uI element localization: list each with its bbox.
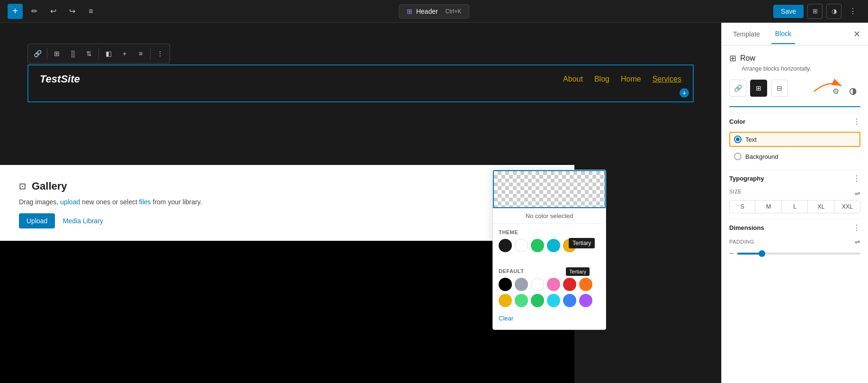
site-title: TestSite	[40, 73, 80, 85]
sidebar-close-button[interactable]: ✕	[853, 29, 860, 39]
row-layout-button[interactable]: ⊞	[750, 80, 767, 97]
nav-services[interactable]: Services	[653, 75, 681, 83]
style-button[interactable]: ◑	[845, 83, 860, 99]
move-up-down-button[interactable]: ⇅	[81, 46, 97, 61]
size-settings-button[interactable]: ⇌	[855, 190, 860, 197]
default-swatch-black[interactable]	[499, 278, 512, 291]
more-options-button[interactable]: ⋮	[845, 4, 860, 19]
default-swatch-lightgreen[interactable]	[515, 294, 528, 307]
nav-about[interactable]: About	[563, 75, 583, 83]
sidebar-content: ⊞ Row Arrange blocks horizontally. 🔗 ⊞ ⊟…	[722, 46, 868, 383]
swatch-white[interactable]	[515, 239, 528, 252]
add-inner-button[interactable]: +	[117, 46, 132, 61]
default-swatch-pink[interactable]	[547, 278, 560, 291]
default-swatch-blue[interactable]	[563, 294, 576, 307]
align-left-icon: ◧	[106, 50, 112, 57]
canvas-area: 🔗 ⊞ ⣿ ⇅ ◧ + ≡ ⋮	[0, 23, 721, 383]
contrast-button[interactable]: ◑	[826, 4, 841, 19]
slider-decrease-button[interactable]: −	[729, 249, 734, 258]
pencil-button[interactable]: ✏	[27, 4, 42, 19]
gallery-description: Drag images, upload new ones or select f…	[19, 198, 555, 206]
color-picker-body: THEME Tertiary DEFAULT	[493, 224, 606, 329]
size-xl[interactable]: XL	[808, 201, 834, 213]
no-color-text: No color selected	[493, 208, 606, 224]
upload-link[interactable]: upload	[60, 198, 80, 206]
nav-blog[interactable]: Blog	[594, 75, 609, 83]
padding-settings-button[interactable]: ⇌	[855, 238, 860, 246]
drag-handle[interactable]: ⣿	[65, 46, 81, 61]
right-sidebar: Template Block ✕ ⊞ Row Arrange blocks ho…	[721, 23, 868, 383]
size-l[interactable]: L	[782, 201, 808, 213]
clear-color-button[interactable]: Clear	[499, 313, 513, 324]
block-controls-row: 🔗 ⊞ ⊟	[729, 80, 788, 97]
gallery-actions: Upload Media Library	[19, 213, 555, 228]
files-link[interactable]: files	[139, 198, 151, 206]
default-swatch-yellow[interactable]	[499, 294, 512, 307]
settings-button[interactable]: ⚙	[828, 83, 843, 99]
padding-label: PADDING	[729, 239, 754, 245]
list-view-button[interactable]: ≡	[83, 4, 98, 19]
header-pill[interactable]: ⊞ Header Ctrl+K	[399, 4, 470, 18]
layout-toggle-button[interactable]: ⊞	[807, 4, 823, 19]
padding-slider-row: −	[729, 249, 860, 258]
text-color-option[interactable]: Text	[729, 132, 860, 147]
typography-title: Typography	[729, 175, 764, 182]
more-block-options[interactable]: ⋮	[152, 46, 168, 61]
save-button[interactable]: Save	[773, 5, 804, 18]
default-label: DEFAULT	[499, 268, 600, 274]
size-m[interactable]: M	[756, 201, 781, 213]
gallery-header: ⊡ Gallery	[19, 180, 555, 192]
dimensions-section-header: Dimensions ⋮	[729, 219, 860, 232]
align-center-button[interactable]: ≡	[133, 46, 148, 61]
toolbar-right: Save ⊞ ◑ ⋮	[773, 4, 860, 19]
default-swatch-purple[interactable]	[579, 294, 592, 307]
block-add-button[interactable]: +	[680, 88, 689, 98]
add-block-button[interactable]: +	[8, 4, 23, 19]
align-left-button[interactable]: ◧	[101, 46, 116, 61]
default-swatch-red[interactable]	[563, 278, 576, 291]
block-toolbar: 🔗 ⊞ ⣿ ⇅ ◧ + ≡ ⋮	[27, 44, 170, 64]
row-block-icon: ⊞	[729, 53, 736, 64]
block-tab[interactable]: Block	[771, 24, 795, 44]
swatch-green[interactable]	[531, 239, 544, 252]
default-swatch-gray[interactable]	[515, 278, 528, 291]
typography-more-button[interactable]: ⋮	[853, 174, 860, 183]
swatch-tertiary[interactable]	[563, 239, 576, 252]
color-picker-popup: No color selected THEME Tertiary DEFAULT	[492, 170, 606, 330]
dark-footer-area	[0, 241, 574, 383]
list-icon: ≡	[89, 7, 93, 16]
swatch-cyan[interactable]	[547, 239, 560, 252]
link-button[interactable]: 🔗	[30, 46, 45, 61]
add-icon: +	[123, 50, 126, 57]
slider-thumb[interactable]	[759, 250, 765, 257]
keyboard-shortcut: Ctrl+K	[446, 8, 462, 15]
nav-home[interactable]: Home	[621, 75, 641, 83]
size-xxl[interactable]: XXL	[835, 201, 860, 213]
redo-button[interactable]: ↪	[64, 4, 80, 19]
color-section-title: Color	[729, 118, 745, 125]
row-icon: ⊞	[54, 50, 60, 57]
slider-track[interactable]	[737, 253, 860, 255]
header-block[interactable]: TestSite About Blog Home Services +	[27, 64, 694, 102]
swatch-black[interactable]	[499, 239, 512, 252]
upload-button[interactable]: Upload	[19, 213, 55, 228]
row-type-button[interactable]: ⊞	[49, 46, 64, 61]
link-style-button[interactable]: 🔗	[729, 80, 746, 97]
dimensions-more-button[interactable]: ⋮	[853, 223, 860, 232]
template-tab[interactable]: Template	[729, 25, 764, 44]
default-swatch-orange[interactable]	[579, 278, 592, 291]
default-swatch-white[interactable]	[531, 278, 544, 291]
undo-button[interactable]: ↩	[45, 4, 61, 19]
color-more-button[interactable]: ⋮	[853, 117, 860, 126]
columns-button[interactable]: ⊟	[771, 80, 788, 97]
block-type-desc: Arrange blocks horizontally.	[742, 65, 860, 72]
default-swatch-green[interactable]	[531, 294, 544, 307]
default-swatch-lightcyan[interactable]	[547, 294, 560, 307]
background-radio	[734, 153, 742, 160]
top-bar: + ✏ ↩ ↪ ≡ ⊞ Header Ctrl+K Save ⊞ ◑ ⋮	[0, 0, 868, 23]
background-color-option[interactable]: Background	[729, 149, 860, 164]
size-s[interactable]: S	[730, 201, 755, 213]
media-library-button[interactable]: Media Library	[63, 217, 103, 225]
header-block-inner: TestSite About Blog Home Services	[40, 73, 681, 85]
color-preview-area[interactable]	[493, 170, 606, 208]
